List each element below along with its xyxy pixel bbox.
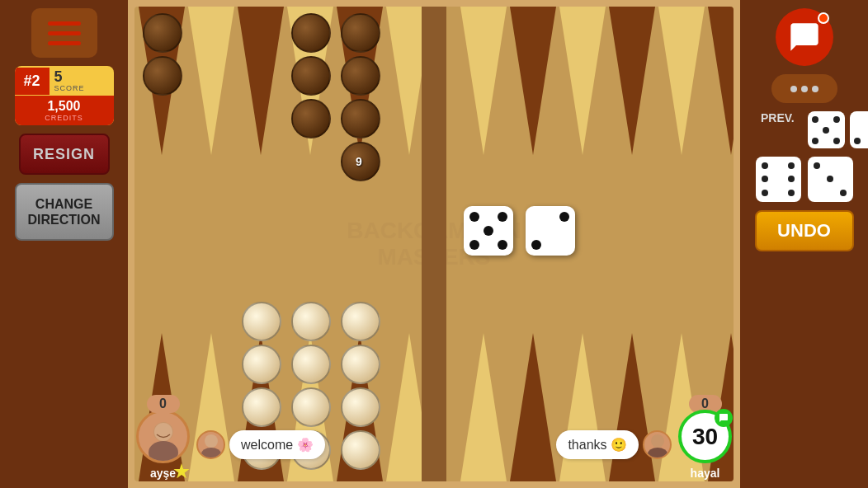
light-checker[interactable]	[291, 302, 331, 341]
pip	[788, 176, 795, 182]
pip	[484, 226, 493, 236]
dark-checker[interactable]	[341, 99, 380, 138]
player-right-chat: thanks 🙂	[556, 430, 672, 459]
prev-die-2	[850, 111, 868, 148]
player-right-name: hayal	[691, 467, 720, 480]
pip	[484, 240, 493, 250]
dark-checker[interactable]	[143, 56, 182, 96]
light-checker[interactable]	[341, 430, 380, 470]
dark-checker[interactable]	[143, 13, 182, 53]
pip	[559, 212, 569, 222]
timer-chat-svg	[719, 413, 729, 423]
menu-button[interactable]	[31, 8, 97, 58]
right-panel: PREV.	[740, 0, 868, 488]
pip	[840, 176, 847, 182]
score-number: 5	[54, 69, 85, 84]
prev-die-1	[808, 111, 845, 148]
pip	[823, 127, 829, 134]
pip	[812, 138, 818, 144]
undo-button[interactable]: UNDO	[755, 210, 854, 251]
light-checker[interactable]	[242, 345, 281, 384]
player-right-info: 0 30 hayal	[678, 410, 732, 480]
svg-point-2	[154, 423, 172, 441]
resign-button[interactable]: RESIGN	[19, 134, 110, 175]
mini-avatar-right-svg	[645, 433, 670, 458]
pip	[498, 212, 507, 222]
light-checker[interactable]	[341, 302, 380, 341]
timer-circle: 30	[678, 410, 732, 463]
pip	[762, 162, 768, 169]
player-left-avatar	[136, 410, 190, 463]
player-left-name: ayşe	[150, 467, 176, 480]
player-right-mini-avatar	[643, 430, 672, 459]
triangle-10	[609, 7, 655, 155]
pip	[823, 116, 829, 123]
change-direction-label: CHANGE DIRECTION	[17, 196, 112, 228]
svg-point-5	[651, 434, 664, 448]
svg-point-3	[205, 434, 218, 448]
dot-3	[812, 86, 818, 92]
pip	[827, 162, 833, 169]
credits-row: 1,500 CREDITS	[15, 96, 114, 125]
pip	[762, 190, 768, 196]
dark-checker[interactable]	[291, 99, 331, 138]
menu-line-3	[48, 41, 81, 45]
prev-label: PREV.	[761, 111, 795, 124]
rank-badge: #2	[15, 68, 50, 95]
dots-button[interactable]	[771, 74, 837, 103]
pip	[559, 226, 569, 236]
change-direction-button[interactable]: CHANGE DIRECTION	[15, 183, 114, 241]
dark-checker[interactable]	[291, 13, 331, 53]
board-dice	[464, 206, 575, 256]
pip	[812, 127, 818, 134]
credits-number: 1,500	[47, 99, 80, 113]
score-info: 5 SCORE	[50, 66, 90, 96]
prev-dice-row	[808, 111, 868, 148]
pip	[469, 212, 479, 222]
pip	[531, 212, 541, 222]
light-checker[interactable]	[341, 387, 380, 427]
pip	[559, 240, 569, 250]
checker-stack-number: 9	[356, 155, 362, 168]
pip	[531, 226, 541, 236]
pip	[823, 138, 829, 144]
menu-line-2	[48, 31, 81, 35]
triangle-12	[708, 7, 734, 155]
player-right-score: 0	[701, 396, 709, 411]
player-right-message: thanks 🙂	[568, 438, 627, 452]
light-checker[interactable]	[242, 302, 281, 341]
triangle-19	[460, 333, 507, 481]
player-left-score-bubble: 0	[147, 395, 180, 413]
rank-score-row: #2 5 SCORE	[15, 66, 114, 96]
dot-1	[790, 86, 797, 92]
triangle-2	[188, 7, 234, 155]
svg-point-6	[648, 448, 668, 458]
pip	[865, 138, 868, 144]
current-die-2	[808, 157, 853, 202]
pip	[788, 190, 795, 196]
player-left-message: welcome 🌸	[241, 438, 314, 452]
board-die-1	[464, 206, 513, 256]
score-label: SCORE	[54, 84, 85, 92]
pip	[762, 176, 768, 182]
pip	[498, 240, 507, 250]
dark-checker[interactable]	[341, 56, 380, 96]
light-checker[interactable]	[291, 345, 331, 384]
svg-point-1	[149, 441, 178, 461]
pip	[545, 212, 555, 222]
pip	[498, 226, 507, 236]
pip	[854, 116, 861, 123]
pip	[840, 162, 847, 169]
pip	[775, 176, 781, 182]
pip	[469, 240, 479, 250]
player-right-chat-bubble: thanks 🙂	[556, 430, 639, 459]
pip	[814, 162, 820, 169]
triangle-20	[510, 333, 556, 481]
light-checker[interactable]	[341, 345, 380, 384]
player-left-score: 0	[159, 396, 167, 411]
chat-button[interactable]	[776, 8, 833, 66]
menu-line-1	[48, 21, 81, 26]
dark-checker[interactable]	[291, 56, 331, 96]
dark-checker[interactable]	[341, 13, 380, 53]
mini-avatar-svg	[199, 433, 224, 458]
